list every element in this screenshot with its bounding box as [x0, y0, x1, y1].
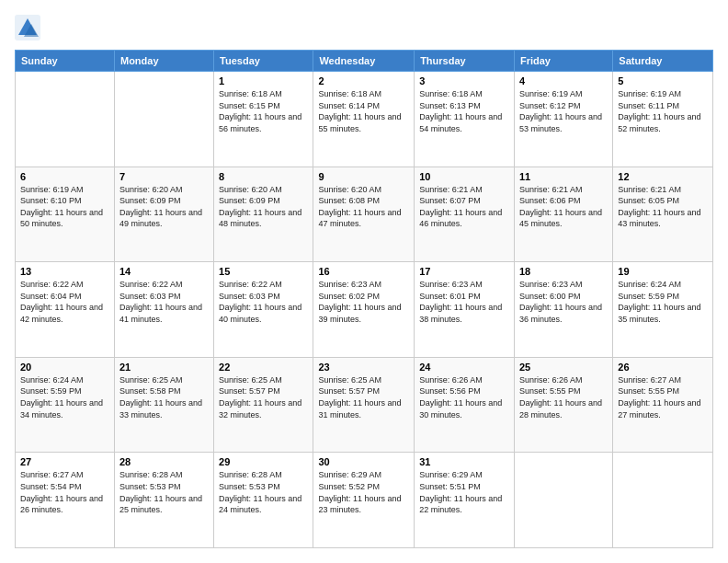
day-info-text: Sunset: 5:53 PM: [219, 481, 308, 493]
day-number: 23: [318, 362, 409, 373]
day-info-text: Daylight: 11 hours and 55 minutes.: [318, 111, 409, 134]
calendar-cell: 27Sunrise: 6:27 AMSunset: 5:54 PMDayligh…: [16, 453, 115, 548]
calendar-cell: 25Sunrise: 6:26 AMSunset: 5:55 PMDayligh…: [514, 357, 612, 453]
calendar-cell: 20Sunrise: 6:24 AMSunset: 5:59 PMDayligh…: [16, 357, 115, 453]
calendar-cell: 28Sunrise: 6:28 AMSunset: 5:53 PMDayligh…: [114, 453, 213, 548]
day-info-text: Sunset: 6:03 PM: [119, 291, 209, 303]
day-number: 20: [20, 362, 109, 373]
day-number: 2: [318, 75, 409, 86]
day-info-text: Sunset: 6:12 PM: [519, 100, 608, 112]
calendar-cell: 31Sunrise: 6:29 AMSunset: 5:51 PMDayligh…: [415, 453, 515, 548]
day-number: 30: [318, 456, 409, 467]
calendar-cell: 24Sunrise: 6:26 AMSunset: 5:56 PMDayligh…: [415, 357, 515, 453]
calendar-cell: 9Sunrise: 6:20 AMSunset: 6:08 PMDaylight…: [313, 167, 415, 262]
day-number: 25: [519, 362, 608, 373]
day-info-text: Sunrise: 6:20 AM: [219, 184, 308, 196]
day-of-week-header: Sunday: [16, 51, 115, 72]
day-of-week-header: Saturday: [613, 51, 713, 72]
day-info-text: Daylight: 11 hours and 49 minutes.: [119, 207, 209, 230]
day-info-text: Sunrise: 6:23 AM: [519, 279, 608, 291]
day-info-text: Sunrise: 6:19 AM: [618, 88, 708, 100]
logo: [15, 15, 44, 40]
day-info-text: Daylight: 11 hours and 50 minutes.: [20, 207, 109, 230]
calendar-cell: 1Sunrise: 6:18 AMSunset: 6:15 PMDaylight…: [214, 72, 313, 167]
day-info-text: Daylight: 11 hours and 36 minutes.: [519, 302, 608, 325]
day-number: 18: [519, 266, 608, 277]
calendar-cell: 11Sunrise: 6:21 AMSunset: 6:06 PMDayligh…: [514, 167, 612, 262]
day-of-week-header: Friday: [514, 51, 612, 72]
day-info-text: Sunset: 5:55 PM: [519, 385, 608, 397]
day-number: 17: [419, 266, 509, 277]
calendar-cell: 6Sunrise: 6:19 AMSunset: 6:10 PMDaylight…: [16, 167, 115, 262]
day-info-text: Sunrise: 6:19 AM: [519, 88, 608, 100]
day-info-text: Sunrise: 6:18 AM: [219, 88, 308, 100]
day-of-week-header: Thursday: [415, 51, 515, 72]
day-number: 7: [119, 171, 209, 182]
day-number: 3: [419, 75, 509, 86]
day-info-text: Sunrise: 6:21 AM: [618, 184, 708, 196]
calendar-cell: 13Sunrise: 6:22 AMSunset: 6:04 PMDayligh…: [16, 262, 115, 358]
day-info-text: Daylight: 11 hours and 42 minutes.: [20, 302, 109, 325]
calendar-week-row: 6Sunrise: 6:19 AMSunset: 6:10 PMDaylight…: [16, 167, 713, 262]
day-number: 12: [618, 171, 708, 182]
day-of-week-header: Wednesday: [313, 51, 415, 72]
day-info-text: Daylight: 11 hours and 34 minutes.: [20, 397, 109, 420]
page: SundayMondayTuesdayWednesdayThursdayFrid…: [0, 0, 728, 563]
day-number: 6: [20, 171, 109, 182]
day-info-text: Sunrise: 6:21 AM: [519, 184, 608, 196]
calendar-cell: 23Sunrise: 6:25 AMSunset: 5:57 PMDayligh…: [313, 357, 415, 453]
day-info-text: Sunset: 5:52 PM: [318, 481, 409, 493]
calendar-cell: 10Sunrise: 6:21 AMSunset: 6:07 PMDayligh…: [415, 167, 515, 262]
day-info-text: Sunrise: 6:22 AM: [119, 279, 209, 291]
day-number: 22: [219, 362, 308, 373]
day-info-text: Sunset: 5:57 PM: [318, 385, 409, 397]
day-info-text: Sunrise: 6:23 AM: [318, 279, 409, 291]
day-info-text: Sunrise: 6:20 AM: [119, 184, 209, 196]
day-info-text: Sunset: 6:10 PM: [20, 195, 109, 207]
day-info-text: Sunrise: 6:28 AM: [119, 469, 209, 481]
day-info-text: Sunrise: 6:24 AM: [20, 374, 109, 386]
day-info-text: Daylight: 11 hours and 27 minutes.: [618, 397, 708, 420]
day-info-text: Sunrise: 6:29 AM: [318, 469, 409, 481]
calendar-week-row: 27Sunrise: 6:27 AMSunset: 5:54 PMDayligh…: [16, 453, 713, 548]
day-number: 4: [519, 75, 608, 86]
day-info-text: Sunrise: 6:25 AM: [318, 374, 409, 386]
day-number: 1: [219, 75, 308, 86]
day-info-text: Sunset: 5:51 PM: [419, 481, 509, 493]
calendar-cell: 16Sunrise: 6:23 AMSunset: 6:02 PMDayligh…: [313, 262, 415, 358]
calendar-cell: 12Sunrise: 6:21 AMSunset: 6:05 PMDayligh…: [613, 167, 713, 262]
day-info-text: Sunrise: 6:26 AM: [519, 374, 608, 386]
day-info-text: Sunset: 5:58 PM: [119, 385, 209, 397]
day-number: 5: [618, 75, 708, 86]
day-info-text: Sunrise: 6:19 AM: [20, 184, 109, 196]
day-info-text: Sunset: 6:09 PM: [119, 195, 209, 207]
day-number: 27: [20, 456, 109, 467]
day-info-text: Sunset: 6:15 PM: [219, 100, 308, 112]
day-info-text: Daylight: 11 hours and 47 minutes.: [318, 207, 409, 230]
day-info-text: Daylight: 11 hours and 56 minutes.: [219, 111, 308, 134]
calendar-cell: 5Sunrise: 6:19 AMSunset: 6:11 PMDaylight…: [613, 72, 713, 167]
day-info-text: Sunrise: 6:18 AM: [318, 88, 409, 100]
day-info-text: Sunset: 5:59 PM: [618, 291, 708, 303]
day-info-text: Sunset: 6:03 PM: [219, 291, 308, 303]
calendar-cell: 30Sunrise: 6:29 AMSunset: 5:52 PMDayligh…: [313, 453, 415, 548]
day-info-text: Daylight: 11 hours and 39 minutes.: [318, 302, 409, 325]
day-info-text: Sunrise: 6:27 AM: [618, 374, 708, 386]
calendar-cell: 2Sunrise: 6:18 AMSunset: 6:14 PMDaylight…: [313, 72, 415, 167]
day-number: 31: [419, 456, 509, 467]
calendar-cell: 19Sunrise: 6:24 AMSunset: 5:59 PMDayligh…: [613, 262, 713, 358]
logo-icon: [15, 15, 40, 40]
day-info-text: Sunset: 6:11 PM: [618, 100, 708, 112]
calendar-cell: 26Sunrise: 6:27 AMSunset: 5:55 PMDayligh…: [613, 357, 713, 453]
day-info-text: Daylight: 11 hours and 32 minutes.: [219, 397, 308, 420]
day-info-text: Sunset: 5:55 PM: [618, 385, 708, 397]
day-info-text: Sunset: 5:56 PM: [419, 385, 509, 397]
day-info-text: Sunset: 6:00 PM: [519, 291, 608, 303]
day-info-text: Daylight: 11 hours and 48 minutes.: [219, 207, 308, 230]
header: [15, 15, 713, 40]
day-info-text: Daylight: 11 hours and 40 minutes.: [219, 302, 308, 325]
day-info-text: Daylight: 11 hours and 41 minutes.: [119, 302, 209, 325]
calendar-cell: 21Sunrise: 6:25 AMSunset: 5:58 PMDayligh…: [114, 357, 213, 453]
day-number: 14: [119, 266, 209, 277]
calendar-cell: 14Sunrise: 6:22 AMSunset: 6:03 PMDayligh…: [114, 262, 213, 358]
